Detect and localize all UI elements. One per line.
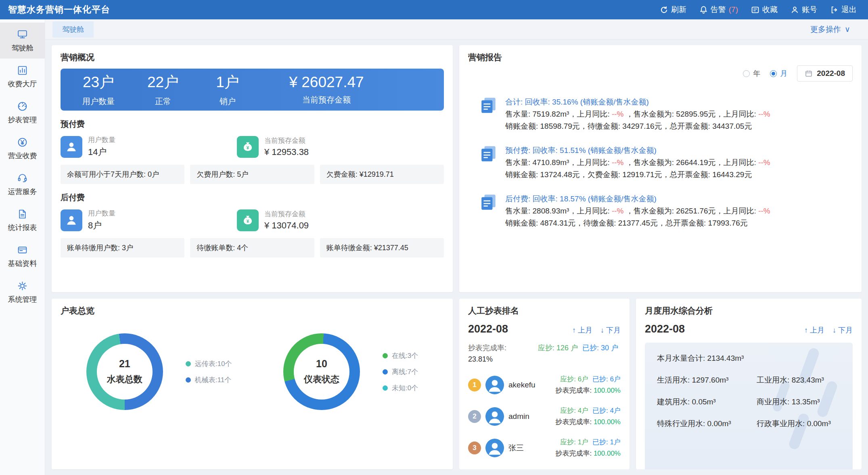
legend-dot [383,385,388,391]
row-rate-value: 100.00% [594,387,621,394]
account-button[interactable]: 账号 [791,4,817,15]
monthly-month: 2022-08 [645,323,685,335]
water-meter-donut-chart: 21 水表总数 [86,333,163,410]
chevron-down-icon: ∨ [845,25,850,34]
logout-button[interactable]: 退出 [830,4,857,15]
sidebar-item-system-management[interactable]: 系统管理 [0,274,45,310]
done-count: 已抄: 1户 [592,438,621,446]
sidebar-item-cockpit[interactable]: 驾驶舱 [0,23,45,59]
donut-value: 10 [316,358,327,370]
strip-stat: 欠费金额: ¥12919.71 [320,165,444,184]
report-line2: 售水量: 2808.93m³，上月同比: --% ，售水金额为: 26251.7… [505,205,770,217]
tile-label: 当前预存金额 [264,209,309,219]
legend-text: 机械表:11个 [195,375,231,385]
reader-name: admin [508,412,529,421]
refresh-button[interactable]: 刷新 [660,4,686,15]
usage-item: 建筑用水: 0.05m³ [657,397,753,407]
report-item-prepaid: 预付费: 回收率: 51.51% (销账金额/售水金额) 售水量: 4710.8… [479,144,853,181]
sidebar-item-label: 系统管理 [8,295,37,304]
svg-text:¥: ¥ [247,219,249,224]
app-shell: 驾驶舱 收费大厅 抄表管理 营业收费 运营服务 统计报表 基础资料 系统管理 [0,19,868,475]
strip-stat: 余额可用小于7天用户数: 0户 [61,165,184,184]
sidebar-item-label: 基础资料 [8,259,37,268]
next-month-button[interactable]: ↓ 下月 [832,325,853,335]
avatar [485,376,504,394]
stat-label: 用户数量 [66,96,131,107]
meter-status-donut-group: 10 仪表状态 在线:3个 离线:7个 未知:0个 [283,333,418,410]
tile-text: 当前预存金额 ¥ 13074.09 [264,209,309,231]
report-controls: 年 月 2022-08 [468,65,853,82]
user-tile-icon-wrap [61,209,82,231]
report-headline: 预付费: 回收率: 51.51% (销账金额/售水金额) [505,144,770,157]
strip-stat: 账单待缴金额: ¥21377.45 [320,238,444,257]
legend-dot [186,361,191,366]
tile-label: 用户数量 [88,209,115,218]
report-item-total: 合计: 回收率: 35.16% (销账金额/售水金额) 售水量: 7519.82… [479,96,853,132]
money-tile-icon-wrap: ¥ [237,209,259,231]
reader-name: akekefu [508,381,535,389]
alarm-count-badge: (7) [729,5,738,14]
report-doc-icon [479,96,498,132]
card-title: 营销报告 [468,52,853,63]
pct-change: --% [758,207,770,215]
sidebar-item-basic-data[interactable]: 基础资料 [0,238,45,274]
next-month-button[interactable]: ↓ 下月 [600,325,621,335]
prev-month-button[interactable]: ↑ 上月 [572,325,592,335]
ranking-row: 3 张三 应抄: 1户已抄: 1户 抄表完成率: 100.00% [468,432,621,464]
ranking-month: 2022-08 [468,323,508,335]
report-doc-icon [479,144,498,181]
sidebar-item-fee-hall[interactable]: 收费大厅 [0,59,45,94]
card-title: 人工抄表排名 [468,305,621,316]
more-actions-dropdown[interactable]: 更多操作 ∨ [810,24,850,35]
app-title: 智慧水务营销一体化平台 [8,4,110,16]
pct-change: --% [758,158,770,167]
legend-dot [383,369,388,375]
tab-cockpit[interactable]: 驾驶舱 [52,21,94,38]
reader-name: 张三 [508,443,524,453]
postpaid-section-title: 后付费 [61,192,444,203]
radio-year[interactable]: 年 [743,69,760,78]
radio-month[interactable]: 月 [770,69,787,78]
row-rate-value: 100.00% [594,450,621,457]
due-count: 应抄: 4户 [560,407,588,414]
pct-change: --% [612,158,624,167]
alarm-button[interactable]: 告警 (7) [699,4,738,15]
date-picker[interactable]: 2022-08 [797,65,853,82]
sidebar-item-label: 收费大厅 [8,79,37,89]
reader-stats: 应抄: 4户已抄: 4户 抄表完成率: 100.00% [555,405,621,428]
prepaid-strips: 余额可用小于7天用户数: 0户 欠费用户数: 5户 欠费金额: ¥12919.7… [61,165,444,184]
avatar [485,407,504,426]
stat-value: 23.81% [468,354,535,365]
user-icon [65,140,78,153]
sidebar-item-business-fee[interactable]: 营业收费 [0,130,45,166]
legend-text: 远传表:10个 [195,359,232,368]
sidebar-item-statistics-report[interactable]: 统计报表 [0,202,45,238]
arrow-up-icon: ↑ [804,326,808,334]
tile-text: 当前预存金额 ¥ 12953.38 [264,136,309,157]
arrow-down-icon: ↓ [600,326,604,334]
report-line2: 售水量: 7519.82m³，上月同比: --% ，售水金额为: 52895.9… [505,108,770,120]
sidebar-item-meter-reading[interactable]: 抄表管理 [0,94,45,130]
prev-month-button[interactable]: ↑ 上月 [804,325,824,335]
report-text: 后付费: 回收率: 18.57% (销账金额/售水金额) 售水量: 2808.9… [505,193,770,229]
favorite-button[interactable]: 收藏 [751,4,778,15]
banner-stat-closed: 1户 销户 [195,72,260,107]
headset-icon [17,173,28,184]
radio-label: 月 [780,69,787,78]
done-count: 已抄: 6户 [592,375,621,383]
calendar-icon [805,69,813,77]
legend-text: 在线:3个 [392,351,418,360]
sidebar-item-label: 统计报表 [8,223,37,232]
legend-text: 离线:7个 [392,367,418,377]
sidebar-item-operation-service[interactable]: 运营服务 [0,166,45,202]
tile-text: 用户数量 14户 [88,135,115,158]
gauge-icon [17,101,28,112]
yen-circle-icon [17,137,28,148]
strip-stat: 欠费用户数: 5户 [190,165,314,184]
pct-change: --% [758,110,770,118]
row-rate-value: 100.00% [594,418,621,426]
monthly-usage-panel: 本月水量合计: 2134.43m³ 生活用水: 1297.60m³ 工业用水: … [645,343,853,469]
refresh-label: 刷新 [671,4,686,15]
logout-icon [830,6,839,14]
sidebar-item-label: 运营服务 [8,187,37,197]
